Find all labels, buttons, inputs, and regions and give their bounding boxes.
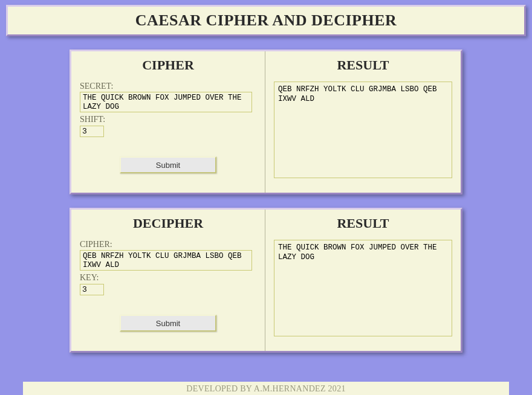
ciphertext-label: CIPHER: [80,240,256,249]
decipher-result-title: RESULT [274,216,452,231]
decipher-title: DECIPHER [80,216,256,231]
secret-label: SECRET: [80,82,256,91]
secret-input[interactable] [80,92,252,112]
decipher-submit-button[interactable]: Submit [120,315,216,332]
cipher-result-pane: RESULT QEB NRFZH YOLTK CLU GRJMBA LSBO Q… [265,51,461,193]
decipher-form: DECIPHER CIPHER: KEY: Submit [71,210,265,351]
footer: DEVELOPED BY A.M.HERNANDEZ 2021 [23,382,509,395]
ciphertext-input[interactable] [80,250,252,271]
app-header: CAESAR CIPHER AND DECIPHER [6,5,526,36]
decipher-result-pane: RESULT THE QUICK BROWN FOX JUMPED OVER T… [265,210,461,351]
footer-text: DEVELOPED BY A.M.HERNANDEZ 2021 [186,384,346,393]
app-title: CAESAR CIPHER AND DECIPHER [8,11,524,30]
shift-input[interactable] [80,126,104,137]
shift-label: SHIFT: [80,115,256,124]
cipher-submit-button[interactable]: Submit [120,156,216,173]
key-input[interactable] [80,284,104,295]
cipher-result-output: QEB NRFZH YOLTK CLU GRJMBA LSBO QEB IXWV… [274,82,452,178]
cipher-panel: CIPHER SECRET: SHIFT: Submit RESULT QEB … [70,50,462,194]
cipher-form: CIPHER SECRET: SHIFT: Submit [71,51,265,193]
cipher-title: CIPHER [80,57,256,73]
key-label: KEY: [80,273,256,283]
cipher-result-title: RESULT [274,57,452,73]
decipher-result-output: THE QUICK BROWN FOX JUMPED OVER THE LAZY… [274,240,452,336]
decipher-panel: DECIPHER CIPHER: KEY: Submit RESULT THE … [70,208,462,353]
